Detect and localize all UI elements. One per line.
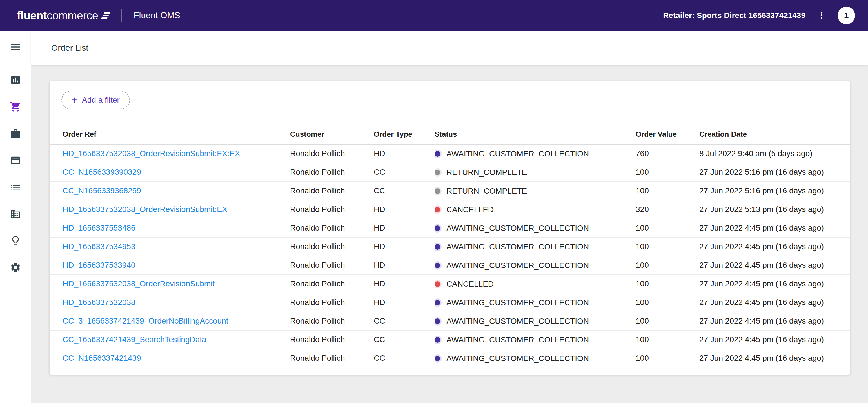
order-type-cell: CC [374,312,435,330]
status-text: AWAITING_CUSTOMER_COLLECTION [446,149,589,158]
customer-cell: Ronaldo Pollich [290,163,374,181]
add-filter-button[interactable]: + Add a filter [61,91,130,109]
fluentcommerce-logo[interactable]: fluentcommerce [17,9,112,22]
order-type-cell: HD [374,237,435,256]
sidebar-item-payments[interactable] [9,154,22,167]
add-filter-label: Add a filter [82,95,120,105]
order-value-cell: 100 [636,330,699,349]
column-header-customer: Customer [290,124,374,144]
customer-cell: Ronaldo Pollich [290,256,374,275]
status-text: AWAITING_CUSTOMER_COLLECTION [446,354,589,363]
order-type-cell: CC [374,181,435,200]
order-ref-link[interactable]: HD_1656337553486 [63,224,135,232]
status-text: AWAITING_CUSTOMER_COLLECTION [446,298,589,307]
order-type-cell: CC [374,349,435,368]
sidebar-item-orders[interactable] [9,101,22,113]
creation-date-cell: 27 Jun 2022 4:45 pm (16 days ago) [699,219,850,237]
order-ref-link[interactable]: HD_1656337534953 [63,242,135,251]
table-row: HD_1656337532038 Ronaldo Pollich HD AWAI… [50,293,850,312]
order-type-cell: CC [374,163,435,181]
column-header-creation-date: Creation Date [699,124,850,144]
creation-date-cell: 27 Jun 2022 4:45 pm (16 days ago) [699,256,850,275]
customer-cell: Ronaldo Pollich [290,275,374,293]
header-right: Retailer: Sports Direct 1656337421439 1 [663,7,855,24]
column-header-status: Status [435,124,636,144]
retailer-label: Retailer: Sports Direct 1656337421439 [663,11,805,20]
table-row: HD_1656337532038_OrderRevisionSubmit:EX:… [50,144,850,163]
customer-cell: Ronaldo Pollich [290,293,374,312]
table-row: CC_3_1656337421439_OrderNoBillingAccount… [50,312,850,330]
order-ref-link[interactable]: CC_N1656339390329 [63,168,141,176]
customer-cell: Ronaldo Pollich [290,181,374,200]
creation-date-cell: 27 Jun 2022 5:16 pm (16 days ago) [699,181,850,200]
creation-date-cell: 27 Jun 2022 4:45 pm (16 days ago) [699,330,850,349]
fluent-logo-icon [101,11,112,20]
list-icon [10,181,21,194]
sidebar [0,31,31,403]
overflow-menu-button[interactable] [816,10,827,22]
table-row: HD_1656337534953 Ronaldo Pollich HD AWAI… [50,237,850,256]
table-row: HD_1656337532038_OrderRevisionSubmit Ron… [50,275,850,293]
order-ref-link[interactable]: HD_1656337533940 [63,261,135,269]
sidebar-item-lists[interactable] [9,181,22,194]
plus-icon: + [71,95,78,105]
creation-date-cell: 27 Jun 2022 4:45 pm (16 days ago) [699,349,850,368]
app-title: Fluent OMS [134,10,180,21]
creation-date-cell: 27 Jun 2022 4:45 pm (16 days ago) [699,312,850,330]
customer-cell: Ronaldo Pollich [290,237,374,256]
order-list-card: + Add a filter Order Ref Customer Order … [50,81,850,375]
sidebar-item-analytics[interactable] [9,74,22,87]
status-text: RETURN_COMPLETE [446,186,527,195]
app-header: fluentcommerce Fluent OMS Retailer: Spor… [0,0,868,31]
order-ref-link[interactable]: HD_1656337532038_OrderRevisionSubmit:EX:… [63,149,240,158]
order-value-cell: 100 [636,312,699,330]
table-header-row: Order Ref Customer Order Type Status Ord… [50,124,850,144]
status-dot [435,170,440,175]
order-type-cell: CC [374,330,435,349]
order-type-cell: HD [374,144,435,163]
bar-chart-icon [10,75,21,87]
briefcase-icon [10,128,21,140]
sidebar-item-insights[interactable] [9,235,22,247]
more-vert-icon [816,10,827,22]
avatar[interactable]: 1 [838,7,855,24]
order-ref-link[interactable]: HD_1656337532038 [63,298,135,307]
order-ref-link[interactable]: CC_N1656339368259 [63,186,141,195]
status-text: AWAITING_CUSTOMER_COLLECTION [446,242,589,251]
order-ref-link[interactable]: HD_1656337532038_OrderRevisionSubmit:EX [63,205,227,213]
order-value-cell: 100 [636,349,699,368]
order-ref-link[interactable]: CC_3_1656337421439_OrderNoBillingAccount [63,316,228,325]
table-row: CC_N1656337421439 Ronaldo Pollich CC AWA… [50,349,850,368]
status-dot [435,188,440,194]
status-text: AWAITING_CUSTOMER_COLLECTION [446,335,589,344]
order-type-cell: HD [374,275,435,293]
status-text: AWAITING_CUSTOMER_COLLECTION [446,224,589,232]
customer-cell: Ronaldo Pollich [290,349,374,368]
table-row: CC_N1656339368259 Ronaldo Pollich CC RET… [50,181,850,200]
status-dot [435,300,440,306]
creation-date-cell: 27 Jun 2022 5:16 pm (16 days ago) [699,163,850,181]
order-ref-link[interactable]: HD_1656337532038_OrderRevisionSubmit [63,279,215,288]
creation-date-cell: 8 Jul 2022 9:40 am (5 days ago) [699,144,850,163]
content-area: + Add a filter Order Ref Customer Order … [31,65,868,403]
status-dot [435,337,440,343]
table-row: CC_N1656339390329 Ronaldo Pollich CC RET… [50,163,850,181]
status-dot [435,207,440,212]
order-ref-link[interactable]: CC_N1656337421439 [63,354,141,363]
creation-date-cell: 27 Jun 2022 4:45 pm (16 days ago) [699,237,850,256]
sidebar-item-fulfilments[interactable] [9,128,22,140]
sidebar-item-locations[interactable] [9,208,22,220]
creation-date-cell: 27 Jun 2022 4:45 pm (16 days ago) [699,293,850,312]
sidebar-item-settings[interactable] [9,261,22,274]
order-value-cell: 100 [636,293,699,312]
creation-date-cell: 27 Jun 2022 5:13 pm (16 days ago) [699,200,850,219]
credit-card-icon [10,155,21,167]
page-titlebar: Order List [31,31,868,65]
sidebar-toggle-button[interactable] [9,41,22,54]
order-ref-link[interactable]: CC_1656337421439_SearchTestingData [63,335,207,344]
status-text: RETURN_COMPLETE [446,168,527,177]
status-text: AWAITING_CUSTOMER_COLLECTION [446,317,589,325]
shopping-cart-icon [10,101,21,113]
order-value-cell: 100 [636,219,699,237]
status-dot [435,244,440,250]
